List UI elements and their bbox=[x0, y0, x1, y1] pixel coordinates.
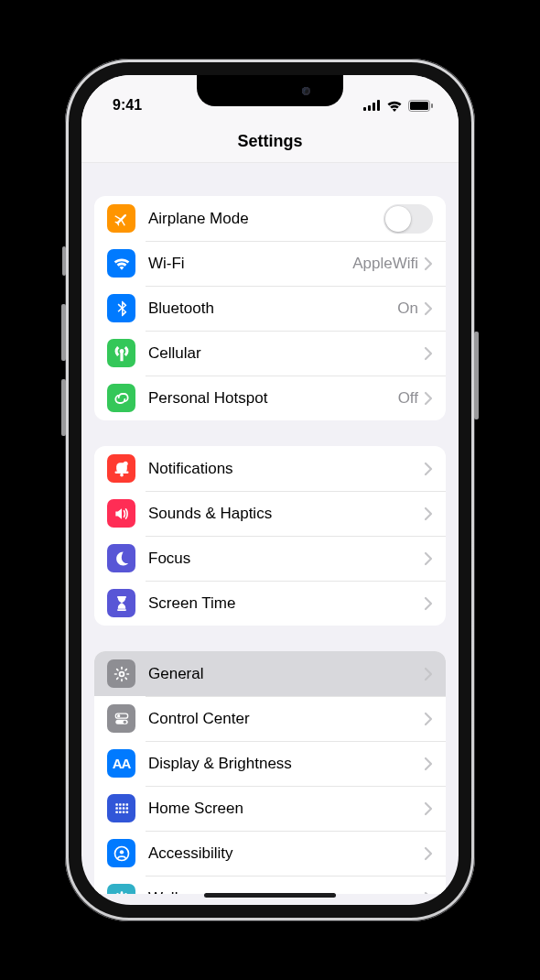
cellular-signal-icon bbox=[363, 100, 381, 111]
airplane-mode-row[interactable]: Airplane Mode bbox=[94, 196, 446, 241]
svg-point-50 bbox=[115, 892, 121, 894]
bell-icon bbox=[107, 454, 135, 483]
flower-icon bbox=[107, 884, 135, 894]
bluetooth-row[interactable]: BluetoothOn bbox=[94, 286, 446, 331]
chevron-right-icon bbox=[424, 551, 433, 566]
settings-scroll-area[interactable]: Airplane ModeWi-FiAppleWifiBluetoothOnCe… bbox=[81, 163, 459, 894]
personal-hotspot-row[interactable]: Personal HotspotOff bbox=[94, 376, 446, 420]
focus-row[interactable]: Focus bbox=[94, 536, 446, 581]
svg-point-11 bbox=[120, 473, 124, 476]
control-center-row[interactable]: Control Center bbox=[94, 696, 446, 741]
svg-point-7 bbox=[120, 349, 123, 352]
display-brightness-label: Display & Brightness bbox=[148, 755, 424, 773]
bluetooth-detail: On bbox=[397, 299, 418, 318]
bluetooth-label: Bluetooth bbox=[148, 299, 397, 318]
switches-icon bbox=[107, 704, 135, 733]
battery-icon bbox=[408, 100, 433, 112]
svg-rect-19 bbox=[124, 676, 127, 680]
personal-hotspot-detail: Off bbox=[398, 389, 418, 408]
focus-label: Focus bbox=[148, 550, 424, 568]
grid-icon bbox=[107, 794, 135, 822]
moon-icon bbox=[107, 544, 135, 572]
svg-rect-17 bbox=[124, 668, 127, 671]
svg-point-44 bbox=[123, 892, 128, 894]
svg-rect-32 bbox=[115, 807, 117, 810]
svg-rect-36 bbox=[115, 811, 117, 813]
wifi-status-icon bbox=[386, 100, 403, 112]
status-time: 9:41 bbox=[113, 97, 142, 114]
volume-down-button bbox=[61, 379, 66, 436]
home-indicator[interactable] bbox=[204, 893, 336, 898]
chevron-right-icon bbox=[424, 506, 433, 521]
general-label: General bbox=[148, 665, 424, 683]
svg-rect-39 bbox=[125, 811, 128, 813]
wallpaper-row[interactable]: Wallpaper bbox=[94, 876, 446, 894]
svg-point-25 bbox=[117, 714, 120, 717]
svg-rect-10 bbox=[114, 471, 128, 474]
speaker-icon bbox=[107, 499, 135, 528]
chevron-right-icon bbox=[424, 462, 433, 476]
svg-rect-33 bbox=[119, 807, 122, 810]
svg-rect-37 bbox=[119, 811, 122, 813]
svg-point-41 bbox=[119, 850, 123, 854]
sounds-haptics-row[interactable]: Sounds & Haptics bbox=[94, 491, 446, 536]
wifi-detail: AppleWifi bbox=[352, 255, 418, 273]
notch bbox=[197, 75, 343, 106]
settings-group: NotificationsSounds & HapticsFocusScreen… bbox=[94, 446, 446, 626]
personal-hotspot-label: Personal Hotspot bbox=[148, 389, 398, 408]
display-brightness-row[interactable]: AADisplay & Brightness bbox=[94, 741, 446, 786]
notifications-label: Notifications bbox=[148, 460, 424, 478]
cellular-row[interactable]: Cellular bbox=[94, 331, 446, 376]
settings-group: GeneralControl CenterAADisplay & Brightn… bbox=[94, 651, 446, 894]
control-center-label: Control Center bbox=[148, 710, 424, 728]
sounds-haptics-label: Sounds & Haptics bbox=[148, 505, 424, 523]
person-circle-icon bbox=[107, 839, 135, 867]
accessibility-row[interactable]: Accessibility bbox=[94, 831, 446, 876]
antenna-icon bbox=[107, 339, 135, 367]
chevron-right-icon bbox=[424, 596, 433, 611]
gear-icon bbox=[107, 659, 135, 688]
airplane-icon bbox=[107, 204, 135, 233]
svg-rect-8 bbox=[121, 353, 123, 360]
svg-rect-0 bbox=[363, 107, 366, 111]
chevron-right-icon bbox=[424, 391, 433, 406]
svg-rect-30 bbox=[122, 803, 124, 806]
chevron-right-icon bbox=[424, 846, 433, 861]
airplane-mode-toggle[interactable] bbox=[383, 204, 433, 234]
svg-rect-31 bbox=[125, 803, 128, 806]
side-button bbox=[474, 332, 479, 419]
bluetooth-icon bbox=[107, 294, 135, 322]
svg-rect-38 bbox=[122, 811, 124, 813]
wifi-row[interactable]: Wi-FiAppleWifi bbox=[94, 241, 446, 286]
link-icon bbox=[107, 384, 135, 412]
svg-rect-18 bbox=[126, 673, 129, 675]
svg-rect-34 bbox=[122, 807, 124, 810]
svg-rect-22 bbox=[113, 673, 116, 675]
notifications-row[interactable]: Notifications bbox=[94, 446, 446, 491]
iphone-device-frame: 9:41 Settings Airplane ModeWi-FiAppleWif… bbox=[65, 59, 475, 921]
screen: 9:41 Settings Airplane ModeWi-FiAppleWif… bbox=[81, 75, 459, 905]
svg-rect-16 bbox=[121, 666, 123, 669]
chevron-right-icon bbox=[424, 667, 433, 681]
svg-point-43 bbox=[120, 891, 123, 894]
chevron-right-icon bbox=[424, 891, 433, 895]
svg-rect-6 bbox=[431, 103, 433, 108]
svg-point-13 bbox=[124, 462, 126, 464]
chevron-right-icon bbox=[424, 712, 433, 726]
home-screen-label: Home Screen bbox=[148, 800, 424, 818]
svg-rect-20 bbox=[121, 679, 123, 681]
chevron-right-icon bbox=[424, 256, 433, 271]
chevron-right-icon bbox=[424, 757, 433, 771]
svg-rect-29 bbox=[119, 803, 122, 806]
general-row[interactable]: General bbox=[94, 651, 446, 696]
svg-rect-23 bbox=[115, 668, 119, 671]
chevron-right-icon bbox=[424, 301, 433, 316]
wifi-label: Wi-Fi bbox=[148, 255, 352, 273]
svg-rect-3 bbox=[377, 100, 380, 111]
home-screen-row[interactable]: Home Screen bbox=[94, 786, 446, 831]
volume-up-button bbox=[61, 304, 66, 361]
airplane-mode-label: Airplane Mode bbox=[148, 210, 383, 228]
accessibility-label: Accessibility bbox=[148, 844, 424, 863]
svg-point-27 bbox=[123, 720, 125, 723]
screen-time-row[interactable]: Screen Time bbox=[94, 581, 446, 626]
